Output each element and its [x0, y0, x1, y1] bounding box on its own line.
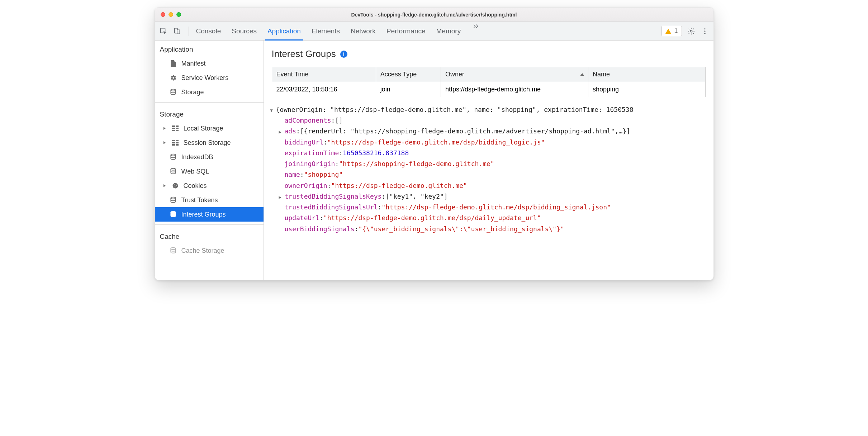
sidebar-item-session-storage[interactable]: Session Storage: [155, 136, 264, 150]
sidebar-item-cookies[interactable]: Cookies: [155, 179, 264, 193]
gear-icon: [169, 74, 177, 81]
caret-right-icon: [162, 141, 167, 144]
warning-count: 1: [674, 27, 678, 35]
tab-console[interactable]: Console: [196, 22, 221, 40]
database-icon: [169, 153, 177, 161]
issues-badge[interactable]: 1: [661, 26, 682, 36]
svg-point-4: [704, 28, 705, 29]
devtools-window: DevTools - shopping-fledge-demo.glitch.m…: [155, 7, 714, 280]
sidebar-item-label: Session Storage: [184, 139, 231, 147]
svg-point-24: [176, 185, 176, 186]
svg-point-3: [690, 30, 692, 32]
sidebar-item-label: Manifest: [181, 60, 206, 67]
caret-right-icon: [162, 184, 167, 188]
sidebar-item-label: Cache Storage: [181, 247, 224, 255]
tab-elements[interactable]: Elements: [312, 22, 340, 40]
database-icon: [169, 211, 177, 218]
svg-rect-11: [176, 128, 179, 129]
sidebar-item-indexeddb[interactable]: IndexedDB: [155, 150, 264, 164]
col-access-type[interactable]: Access Type: [376, 67, 441, 82]
svg-rect-19: [176, 144, 179, 146]
sidebar-group-storage: Storage: [155, 105, 264, 121]
svg-point-20: [171, 154, 175, 156]
sidebar-item-manifest[interactable]: Manifest: [155, 56, 264, 71]
caret-right-icon: [162, 127, 167, 130]
cell-name: shopping: [588, 82, 705, 97]
info-icon[interactable]: i: [340, 51, 347, 58]
sidebar-item-local-storage[interactable]: Local Storage: [155, 121, 264, 136]
kebab-menu-icon[interactable]: [701, 27, 709, 35]
svg-rect-16: [172, 142, 175, 143]
sort-asc-icon: [580, 73, 584, 76]
col-name[interactable]: Name: [588, 67, 705, 82]
cookie-icon: [171, 182, 179, 189]
object-viewer[interactable]: {ownerOrigin: "https://dsp-fledge-demo.g…: [264, 104, 713, 234]
devtools-toolbar: Console Sources Application Elements Net…: [155, 22, 713, 41]
sidebar-item-storage[interactable]: Storage: [155, 85, 264, 99]
separator: [189, 27, 189, 36]
pane-heading-text: Interest Groups: [272, 48, 336, 60]
caret-right-icon[interactable]: [279, 126, 284, 137]
panel-tabs: Console Sources Application Elements Net…: [196, 22, 480, 40]
sidebar: Application Manifest Service Workers Sto…: [155, 41, 264, 280]
app-body: Application Manifest Service Workers Sto…: [155, 41, 713, 280]
sidebar-item-cache-storage[interactable]: Cache Storage: [155, 243, 264, 258]
caret-right-icon[interactable]: [279, 191, 284, 202]
window-title: DevTools - shopping-fledge-demo.glitch.m…: [155, 12, 713, 18]
database-icon: [169, 196, 177, 204]
svg-point-25: [175, 186, 175, 187]
sidebar-item-trust-tokens[interactable]: Trust Tokens: [155, 193, 264, 207]
database-icon: [169, 247, 177, 254]
svg-rect-15: [176, 140, 179, 141]
sidebar-item-label: Trust Tokens: [181, 196, 218, 204]
close-window-button[interactable]: [161, 12, 165, 17]
cell-access-type: join: [376, 82, 441, 97]
minimize-window-button[interactable]: [169, 12, 173, 17]
col-event-time[interactable]: Event Time: [272, 67, 376, 82]
grid-icon: [171, 140, 179, 146]
svg-point-23: [174, 184, 175, 185]
titlebar: DevTools - shopping-fledge-demo.glitch.m…: [155, 8, 713, 22]
cell-event-time: 22/03/2022, 10:50:16: [272, 82, 376, 97]
sidebar-item-label: Service Workers: [181, 74, 229, 82]
settings-icon[interactable]: [687, 27, 696, 35]
sidebar-item-interest-groups[interactable]: Interest Groups: [155, 207, 264, 222]
col-owner[interactable]: Owner: [441, 67, 588, 82]
database-icon: [169, 89, 177, 96]
caret-down-icon[interactable]: [270, 104, 275, 115]
file-icon: [169, 60, 177, 67]
svg-rect-13: [176, 130, 179, 131]
device-toggle-icon[interactable]: [173, 27, 181, 35]
more-tabs-icon[interactable]: [471, 22, 480, 30]
svg-point-21: [171, 169, 175, 170]
maximize-window-button[interactable]: [176, 12, 181, 17]
pane-heading: Interest Groups i: [264, 41, 713, 63]
svg-point-22: [172, 183, 178, 189]
tab-application[interactable]: Application: [267, 22, 301, 40]
grid-icon: [171, 125, 179, 131]
sidebar-item-websql[interactable]: Web SQL: [155, 164, 264, 179]
svg-rect-18: [172, 144, 175, 146]
svg-point-7: [171, 89, 175, 91]
table-row[interactable]: 22/03/2022, 10:50:16 join https://dsp-fl…: [272, 82, 705, 97]
svg-rect-12: [172, 130, 175, 131]
svg-rect-10: [172, 128, 175, 129]
sidebar-item-service-workers[interactable]: Service Workers: [155, 71, 264, 85]
tab-performance[interactable]: Performance: [386, 22, 426, 40]
cell-owner: https://dsp-fledge-demo.glitch.me: [441, 82, 588, 97]
sidebar-item-label: Cookies: [184, 182, 207, 190]
sidebar-item-label: IndexedDB: [181, 153, 213, 161]
svg-rect-17: [176, 142, 179, 143]
sidebar-item-label: Storage: [181, 89, 204, 96]
svg-point-28: [171, 248, 175, 250]
svg-point-6: [704, 33, 705, 34]
svg-rect-2: [177, 30, 180, 34]
inspect-icon[interactable]: [159, 27, 168, 35]
tab-network[interactable]: Network: [351, 22, 376, 40]
sidebar-group-application: Application: [155, 41, 264, 56]
tab-sources[interactable]: Sources: [232, 22, 257, 40]
svg-rect-8: [172, 125, 175, 127]
window-controls: [155, 12, 181, 17]
tab-memory[interactable]: Memory: [436, 22, 461, 40]
sidebar-item-label: Web SQL: [181, 168, 209, 175]
